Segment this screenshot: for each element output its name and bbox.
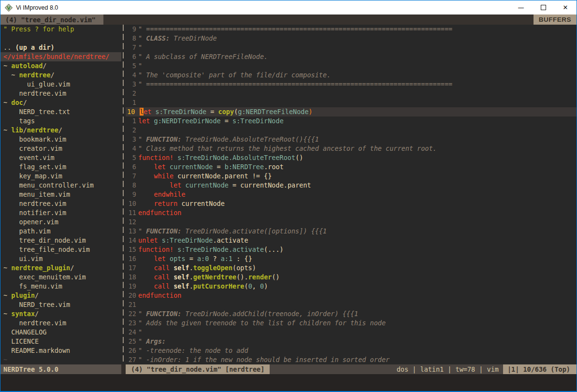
- code-line[interactable]: 8" CLASS: TreeDirNode: [126, 34, 577, 43]
- tree-item[interactable]: [0, 34, 121, 43]
- tree-item[interactable]: nerdtree.vim: [0, 319, 121, 328]
- tree-item[interactable]: creator.vim: [0, 144, 121, 153]
- minimize-button[interactable]: —: [510, 0, 532, 15]
- line-number: 11: [126, 208, 138, 218]
- tab-tree-dir-node[interactable]: (4) "tree_dir_node.vim": [0, 15, 103, 25]
- code-line[interactable]: 2: [126, 89, 577, 98]
- tree-item[interactable]: key_map.vim: [0, 172, 121, 181]
- code-line[interactable]: 7 while currentNode.parent != {}: [126, 172, 577, 181]
- tree-dir-syntax[interactable]: ~ syntax/: [0, 309, 121, 319]
- code-line[interactable]: 23" Adds the given treenode to the list …: [126, 319, 577, 328]
- code-line[interactable]: 14unlet s:TreeDirNode.activate: [126, 236, 577, 245]
- tree-item[interactable]: NERD_tree.txt: [0, 107, 121, 116]
- tree-dir-autoload[interactable]: ~ autoload/: [0, 61, 121, 71]
- empty-line-marker[interactable]: ~: [0, 355, 121, 364]
- code-text: endfunction: [138, 208, 181, 218]
- code-line[interactable]: 5": [126, 61, 577, 71]
- tree-root[interactable]: </vimfiles/bundle/nerdtree/: [0, 52, 121, 61]
- maximize-button[interactable]: [532, 0, 554, 15]
- code-line[interactable]: 9 endwhile: [126, 190, 577, 199]
- code-line[interactable]: 3" =====================================…: [126, 80, 577, 89]
- code-line[interactable]: 18 call self.getNerdtree().render(): [126, 273, 577, 282]
- code-line[interactable]: 13" FUNCTION: TreeDirNode.activate([opti…: [126, 227, 577, 236]
- text-segment: [150, 117, 154, 125]
- tree-dir-lib-nerdtree[interactable]: ~ lib/nerdtree/: [0, 126, 121, 135]
- code-line[interactable]: 2: [126, 126, 577, 135]
- tree-item[interactable]: flag_set.vim: [0, 162, 121, 172]
- code-line[interactable]: 10let s:TreeDirNode = copy(g:NERDTreeFil…: [126, 107, 577, 116]
- tree-item[interactable]: opener.vim: [0, 218, 121, 227]
- tree-item[interactable]: nerdtree.vim: [0, 89, 121, 98]
- code-line[interactable]: 1let g:NERDTreeDirNode = s:TreeDirNode: [126, 116, 577, 126]
- tree-item[interactable]: nerdtree.vim: [0, 199, 121, 208]
- code-line[interactable]: 5function! s:TreeDirNode.AbsoluteTreeRoo…: [126, 153, 577, 162]
- text-segment: [138, 273, 154, 281]
- text-segment: plugin: [11, 291, 35, 299]
- tree-item[interactable]: README.markdown: [0, 346, 121, 355]
- tree-item[interactable]: notifier.vim: [0, 208, 121, 218]
- code-line[interactable]: 19 call self.putCursorHere(0, 0): [126, 282, 577, 291]
- code-line[interactable]: 22" FUNCTION: TreeDirNode.addChild(treen…: [126, 309, 577, 319]
- tree-item[interactable]: event.vim: [0, 153, 121, 162]
- code-line[interactable]: 24": [126, 328, 577, 337]
- text-segment: (): [272, 273, 279, 281]
- code-line[interactable]: 15function! s:TreeDirNode.activate(...): [126, 245, 577, 254]
- tree-item[interactable]: CHANGELOG: [0, 328, 121, 337]
- tree-dir-doc[interactable]: ~ doc/: [0, 98, 121, 107]
- text-segment: " A subclass of NERDTreeFileNode.: [138, 53, 268, 60]
- text-segment: nerdtree_plugin: [11, 264, 70, 272]
- tree-item[interactable]: tags: [0, 116, 121, 126]
- tree-item[interactable]: exec_menuitem.vim: [0, 273, 121, 282]
- tree-item[interactable]: path.vim: [0, 227, 121, 236]
- tree-item[interactable]: tree_file_node.vim: [0, 245, 121, 254]
- nerdtree-panel: " Press ? for help.. (up a dir)</vimfile…: [0, 25, 121, 364]
- code-line[interactable]: 12: [126, 218, 577, 227]
- code-line[interactable]: 21: [126, 300, 577, 309]
- code-text: " A subclass of NERDTreeFileNode.: [138, 52, 268, 61]
- text-segment: return: [154, 200, 178, 207]
- text-segment: ~: [3, 264, 11, 272]
- code-line[interactable]: 6 let currentNode = b:NERDTree.root: [126, 162, 577, 172]
- code-line[interactable]: 4" Class method that returns the highest…: [126, 144, 577, 153]
- window-controls: — ✕: [510, 0, 577, 15]
- window-separator[interactable]: [121, 25, 126, 364]
- code-line[interactable]: 7": [126, 43, 577, 52]
- code-line[interactable]: 25" Args:: [126, 337, 577, 346]
- tree-dir-nerdtree-plugin[interactable]: ~ nerdtree_plugin/: [0, 263, 121, 273]
- text-segment: 0: [248, 282, 252, 290]
- tree-item[interactable]: bookmark.vim: [0, 135, 121, 144]
- text-segment: menu_controller.vim: [3, 181, 94, 189]
- tree-help[interactable]: " Press ? for help: [0, 25, 121, 34]
- code-line[interactable]: 8 let currentNode = currentNode.parent: [126, 181, 577, 190]
- code-line[interactable]: 3" FUNCTION: TreeDirNode.AbsoluteTreeRoo…: [126, 135, 577, 144]
- tree-item[interactable]: ui.vim: [0, 254, 121, 263]
- code-line[interactable]: 26" -treenode: the node to add: [126, 346, 577, 355]
- code-line[interactable]: 11endfunction: [126, 208, 577, 218]
- text-segment: /: [43, 62, 46, 70]
- code-line[interactable]: 4" The 'composite' part of the file/dir …: [126, 71, 577, 80]
- close-button[interactable]: ✕: [554, 0, 577, 15]
- code-line[interactable]: 20endfunction: [126, 291, 577, 300]
- vim-app-icon: V: [5, 4, 13, 12]
- tree-item[interactable]: NERD_tree.vim: [0, 300, 121, 309]
- tree-dir-plugin[interactable]: ~ plugin/: [0, 291, 121, 300]
- tree-item[interactable]: LICENCE: [0, 337, 121, 346]
- tree-item[interactable]: tree_dir_node.vim: [0, 236, 121, 245]
- code-line[interactable]: 9" =====================================…: [126, 25, 577, 34]
- buffers-label: BUFFERS: [534, 15, 577, 25]
- code-line[interactable]: 6" A subclass of NERDTreeFileNode.: [126, 52, 577, 61]
- tree-item[interactable]: menu_item.vim: [0, 190, 121, 199]
- tree-dir-autoload-nerdtree[interactable]: ~ nerdtree/: [0, 71, 121, 80]
- text-segment: currentNode: [170, 163, 213, 171]
- code-line[interactable]: 27" -inOrder: 1 if the new node should b…: [126, 355, 577, 364]
- text-segment: path.vim: [3, 227, 51, 235]
- tree-item[interactable]: ui_glue.vim: [0, 80, 121, 89]
- tree-item[interactable]: fs_menu.vim: [0, 282, 121, 291]
- text-segment: let: [154, 255, 166, 262]
- tree-up-dir[interactable]: .. (up a dir): [0, 43, 121, 52]
- tree-item[interactable]: menu_controller.vim: [0, 181, 121, 190]
- code-line[interactable]: 17 call self.toggleOpen(opts): [126, 263, 577, 273]
- code-line[interactable]: 16 let opts = a:0 ? a:1 : {}: [126, 254, 577, 263]
- code-line[interactable]: 10 return currentNode: [126, 199, 577, 208]
- code-line[interactable]: 1: [126, 98, 577, 107]
